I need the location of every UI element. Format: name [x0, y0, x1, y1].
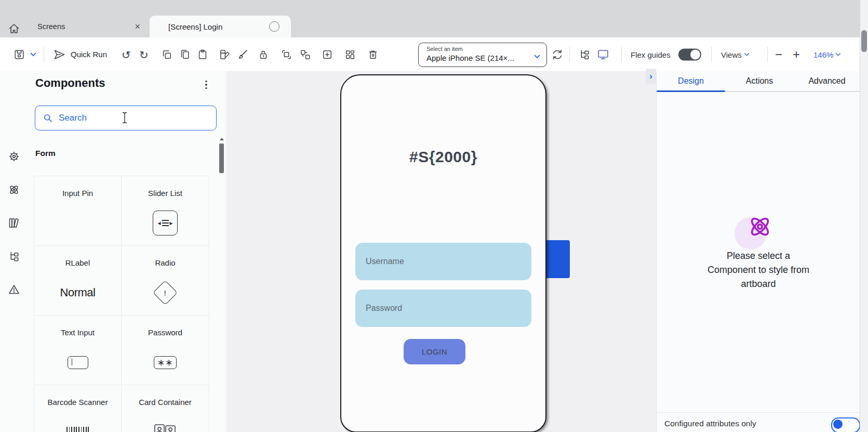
empty-state-message: Please select a Component to style from …	[673, 249, 844, 291]
tab-screens-label: Screens	[37, 22, 65, 31]
window-scrollbar-thumb[interactable]	[861, 30, 867, 52]
zoom-level-value: 146%	[813, 50, 833, 59]
zoom-in-button[interactable]: +	[793, 48, 800, 61]
configured-attributes-toggle[interactable]	[831, 417, 860, 432]
issues-nav-button[interactable]	[8, 283, 20, 296]
settings-nav-button[interactable]	[8, 150, 20, 163]
lock-button[interactable]	[258, 49, 269, 60]
username-placeholder: Username	[366, 257, 404, 266]
device-selector[interactable]: Select an item Apple iPhone SE (214×...	[418, 43, 547, 67]
toolbar-divider	[44, 47, 44, 62]
tree-view-button[interactable]	[579, 48, 591, 60]
login-button[interactable]: LOGIN	[404, 339, 465, 364]
hierarchy-icon	[579, 48, 591, 60]
component-item-rlabel[interactable]: RLabel Normal	[34, 246, 122, 316]
chevron-down-icon	[534, 55, 540, 59]
lock-icon	[258, 49, 269, 60]
delete-button[interactable]	[367, 49, 379, 60]
components-nav-button[interactable]	[8, 184, 20, 196]
brush-button[interactable]	[236, 48, 248, 60]
rlabel-preview-text: Normal	[60, 286, 96, 299]
hierarchy-nav-button[interactable]	[8, 250, 20, 263]
components-menu-button[interactable]	[202, 80, 211, 90]
close-icon[interactable]: ×	[135, 22, 140, 31]
atom-icon	[8, 184, 20, 196]
chevron-down-icon	[744, 53, 750, 56]
panel-collapse-button[interactable]: ›	[646, 69, 656, 84]
flex-guides-label: Flex guides	[631, 50, 671, 59]
username-field[interactable]: Username	[355, 243, 531, 280]
component-item-slider-list[interactable]: Slider List ◂▸	[122, 176, 209, 246]
paste-button[interactable]	[197, 49, 208, 60]
group-button[interactable]	[281, 48, 292, 60]
save-options-button[interactable]	[30, 53, 36, 57]
undo-icon[interactable]: ↺	[122, 49, 131, 60]
copy-button[interactable]	[161, 49, 172, 60]
configured-attributes-label: Configured attributes only	[664, 419, 756, 428]
toolbar-divider	[767, 47, 768, 62]
password-field[interactable]: Password	[355, 290, 531, 327]
add-frame-button[interactable]	[322, 49, 333, 60]
window-scrollbar[interactable]	[860, 0, 868, 432]
app-window: Screens × [Screens] Login Quick Run ↺ ↻	[0, 0, 868, 432]
component-item-radio[interactable]: Radio !	[122, 246, 209, 316]
duplicate-button[interactable]	[179, 49, 191, 60]
home-button[interactable]	[6, 21, 22, 36]
design-canvas[interactable]: #S{2000} Username Password LOGIN	[226, 71, 656, 432]
library-nav-button[interactable]	[8, 217, 20, 229]
device-artboard[interactable]: #S{2000} Username Password LOGIN	[340, 74, 546, 432]
component-item-barcode-scanner[interactable]: Barcode Scanner	[34, 385, 122, 432]
search-icon	[43, 113, 53, 123]
save-button[interactable]	[14, 49, 25, 60]
tab-design[interactable]: Design	[670, 71, 712, 91]
tab-screens[interactable]: Screens ×	[28, 16, 149, 37]
toolbar-divider	[711, 47, 712, 62]
barcode-icon	[34, 415, 121, 432]
component-item-card-container[interactable]: Card Container	[122, 385, 209, 432]
panel-scroll-up-arrow[interactable]	[220, 138, 224, 140]
swap-screen-button[interactable]	[551, 48, 564, 61]
tab-login-label: [Screens] Login	[168, 22, 222, 31]
toolbar-divider	[621, 47, 622, 62]
search-input[interactable]	[58, 112, 143, 124]
tab-active-underline	[657, 90, 725, 92]
zoom-out-button[interactable]: −	[775, 48, 782, 61]
ungroup-icon	[299, 48, 311, 60]
left-rail	[0, 71, 29, 432]
panel-scrollbar-thumb[interactable]	[219, 143, 224, 173]
unsaved-indicator-icon	[269, 21, 279, 32]
text-input-icon	[34, 346, 121, 379]
panel-footer: Configured attributes only	[657, 412, 860, 432]
component-search[interactable]	[35, 106, 217, 130]
components-panel: Components Form Input Pin Slider List ◂▸…	[28, 71, 226, 432]
swatch-icon	[219, 48, 231, 60]
ungroup-button[interactable]	[299, 48, 311, 60]
views-dropdown[interactable]: Views	[721, 50, 750, 59]
flex-guides-toggle[interactable]	[678, 48, 701, 60]
layout-grid-icon	[344, 49, 356, 60]
quick-run-button[interactable]: Quick Run	[53, 48, 107, 61]
swap-icon	[551, 48, 564, 61]
tab-advanced[interactable]: Advanced	[801, 71, 853, 91]
redo-icon[interactable]: ↻	[139, 49, 149, 60]
component-item-input-pin[interactable]: Input Pin	[34, 176, 122, 246]
screen-title-text[interactable]: #S{2000}	[341, 141, 545, 173]
component-item-text-input[interactable]: Text Input	[34, 316, 122, 385]
theme-button[interactable]	[219, 48, 231, 60]
views-label: Views	[721, 50, 742, 59]
canvas-blue-rect[interactable]	[545, 240, 570, 278]
radio-diamond-icon: !	[122, 276, 209, 309]
warning-icon	[8, 283, 20, 296]
component-item-password[interactable]: Password ∗∗	[122, 316, 209, 385]
component-grid: Input Pin Slider List ◂▸ RLabel Normal R…	[34, 176, 209, 432]
tab-screens-login[interactable]: [Screens] Login	[150, 16, 291, 37]
group-icon	[281, 48, 292, 60]
preview-button[interactable]	[597, 48, 609, 61]
library-icon	[8, 217, 20, 229]
layout-button[interactable]	[344, 49, 356, 60]
toolbar: Quick Run ↺ ↻	[0, 37, 868, 72]
tab-actions[interactable]: Actions	[739, 71, 780, 91]
card-container-icon	[122, 415, 209, 432]
zoom-level-dropdown[interactable]: 146%	[813, 50, 841, 59]
atom-icon	[746, 213, 774, 241]
